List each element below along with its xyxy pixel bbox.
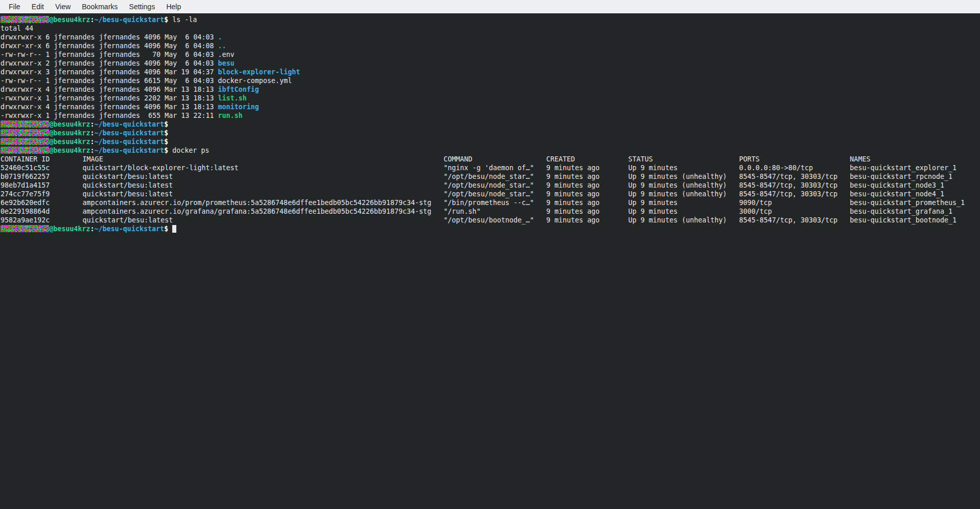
docker-row-text: 274cc77e75f9 quickstart/besu:latest "/op… — [1, 190, 944, 198]
prompt-path: ~/besu-quickstart — [94, 138, 164, 146]
ls-entry-meta: drwxrwxr-x 4 jfernandes jfernandes 4096 … — [1, 86, 218, 93]
docker-ps-row: b0719f662257 quickstart/besu:latest "/op… — [1, 172, 980, 181]
prompt-symbol: $ — [164, 120, 168, 128]
docker-row-text: 9582a9ae192c quickstart/besu:latest "/op… — [1, 216, 956, 224]
redacted-username — [1, 225, 49, 232]
ls-entry-meta: drwxrwxr-x 6 jfernandes jfernandes 4096 … — [1, 33, 218, 41]
prompt-symbol: $ — [164, 16, 168, 24]
prompt-symbol: $ — [164, 129, 168, 137]
docker-row-text: 6e92b620edfc ampcontainers.azurecr.io/pr… — [1, 199, 965, 207]
typed-command: docker ps — [168, 147, 209, 154]
ls-output-line: drwxrwxr-x 3 jfernandes jfernandes 4096 … — [1, 68, 980, 76]
prompt-line: @besuu4krz:~/besu-quickstart$ — [1, 120, 980, 129]
docker-ps-header: CONTAINER ID IMAGE COMMAND CREATED STATU… — [1, 155, 980, 164]
ls-entry-meta: -rw-rw-r-- 1 jfernandes jfernandes 6615 … — [1, 77, 218, 85]
menu-item-bookmarks[interactable]: Bookmarks — [76, 3, 124, 11]
ls-output-line: -rwxrwxr-x 1 jfernandes jfernandes 2202 … — [1, 94, 980, 103]
prompt-path: ~/besu-quickstart — [94, 129, 164, 137]
ls-entry-meta: drwxrwxr-x 4 jfernandes jfernandes 4096 … — [1, 103, 218, 111]
docker-ps-row: 98eb7d1a4157 quickstart/besu:latest "/op… — [1, 181, 980, 190]
text-segment — [168, 225, 172, 233]
ls-output-line: -rw-rw-r-- 1 jfernandes jfernandes 6615 … — [1, 76, 980, 85]
prompt-line: @besuu4krz:~/besu-quickstart$ docker ps — [1, 146, 980, 155]
prompt-symbol: $ — [164, 138, 168, 146]
ls-output-line: drwxrwxr-x 4 jfernandes jfernandes 4096 … — [1, 103, 980, 111]
ls-output-line: drwxrwxr-x 2 jfernandes jfernandes 4096 … — [1, 59, 980, 68]
shell-output-line: total 44 — [1, 24, 980, 33]
ls-entry-name: block-explorer-light — [218, 68, 300, 76]
terminal-cursor — [172, 225, 176, 233]
ls-entry-meta: drwxr-xr-x 6 jfernandes jfernandes 4096 … — [1, 42, 218, 50]
ls-entry-name: list.sh — [218, 94, 247, 102]
typed-command: ls -la — [168, 16, 197, 24]
ls-entry-name: . — [218, 33, 222, 41]
ls-entry-name: ibftConfig — [218, 86, 259, 93]
docker-ps-row: 9582a9ae192c quickstart/besu:latest "/op… — [1, 216, 980, 225]
prompt-separator: : — [90, 147, 94, 154]
ls-entry-name: .env — [218, 51, 234, 58]
menu-item-file[interactable]: File — [3, 3, 26, 11]
ls-entry-name: docker-compose.yml — [218, 77, 292, 85]
ls-entry-meta: -rwxrwxr-x 1 jfernandes jfernandes 655 M… — [1, 112, 218, 119]
ls-output-line: -rw-rw-r-- 1 jfernandes jfernandes 70 Ma… — [1, 50, 980, 59]
prompt-host: @besuu4krz — [49, 16, 90, 24]
docker-ps-row: 274cc77e75f9 quickstart/besu:latest "/op… — [1, 190, 980, 198]
prompt-line: @besuu4krz:~/besu-quickstart$ ls -la — [1, 15, 980, 24]
docker-ps-row: 0e229198864d ampcontainers.azurecr.io/gr… — [1, 207, 980, 216]
menu-item-edit[interactable]: Edit — [26, 3, 50, 11]
ls-entry-meta: -rwxrwxr-x 1 jfernandes jfernandes 2202 … — [1, 94, 218, 102]
redacted-username — [1, 120, 49, 128]
docker-row-text: 0e229198864d ampcontainers.azurecr.io/gr… — [1, 208, 952, 215]
ls-entry-name: .. — [218, 42, 226, 50]
prompt-path: ~/besu-quickstart — [94, 225, 164, 233]
redacted-username — [1, 147, 49, 154]
ls-output-line: drwxrwxr-x 6 jfernandes jfernandes 4096 … — [1, 33, 980, 42]
menu-item-settings[interactable]: Settings — [124, 3, 161, 11]
ls-entry-meta: drwxrwxr-x 2 jfernandes jfernandes 4096 … — [1, 59, 218, 67]
docker-row-text: 98eb7d1a4157 quickstart/besu:latest "/op… — [1, 181, 944, 189]
prompt-host: @besuu4krz — [49, 120, 90, 128]
ls-output-line: drwxr-xr-x 6 jfernandes jfernandes 4096 … — [1, 42, 980, 50]
prompt-separator: : — [90, 225, 94, 233]
prompt-separator: : — [90, 138, 94, 146]
ls-output-line: drwxrwxr-x 4 jfernandes jfernandes 4096 … — [1, 85, 980, 94]
docker-ps-row: 6e92b620edfc ampcontainers.azurecr.io/pr… — [1, 198, 980, 207]
prompt-host: @besuu4krz — [49, 147, 90, 154]
prompt-host: @besuu4krz — [49, 138, 90, 146]
menu-item-view[interactable]: View — [50, 3, 76, 11]
prompt-path: ~/besu-quickstart — [94, 120, 164, 128]
redacted-username — [1, 16, 49, 23]
prompt-line: @besuu4krz:~/besu-quickstart$ — [1, 137, 980, 146]
prompt-path: ~/besu-quickstart — [94, 16, 164, 24]
menu-item-help[interactable]: Help — [160, 3, 187, 11]
ls-entry-meta: -rw-rw-r-- 1 jfernandes jfernandes 70 Ma… — [1, 51, 218, 58]
prompt-separator: : — [90, 129, 94, 137]
prompt-separator: : — [90, 16, 94, 24]
prompt-host: @besuu4krz — [49, 225, 90, 233]
docker-row-text: b0719f662257 quickstart/besu:latest "/op… — [1, 173, 952, 180]
redacted-username — [1, 129, 49, 136]
redacted-username — [1, 138, 49, 145]
ls-total: total 44 — [1, 25, 33, 32]
prompt-path: ~/besu-quickstart — [94, 147, 164, 154]
ls-entry-meta: drwxrwxr-x 3 jfernandes jfernandes 4096 … — [1, 68, 218, 76]
docker-ps-row: 52460c51c55c quickstart/block-explorer-l… — [1, 164, 980, 172]
prompt-host: @besuu4krz — [49, 129, 90, 137]
ls-output-line: -rwxrwxr-x 1 jfernandes jfernandes 655 M… — [1, 111, 980, 120]
terminal-screen[interactable]: @besuu4krz:~/besu-quickstart$ ls -latota… — [0, 13, 980, 233]
docker-header-text: CONTAINER ID IMAGE COMMAND CREATED STATU… — [1, 155, 870, 163]
ls-entry-name: run.sh — [218, 112, 242, 119]
docker-row-text: 52460c51c55c quickstart/block-explorer-l… — [1, 164, 956, 172]
prompt-line: @besuu4krz:~/besu-quickstart$ — [1, 225, 980, 233]
ls-entry-name: monitoring — [218, 103, 259, 111]
menu-bar: File Edit View Bookmarks Settings Help — [0, 0, 980, 13]
prompt-separator: : — [90, 120, 94, 128]
ls-entry-name: besu — [218, 59, 234, 67]
prompt-symbol: $ — [164, 225, 168, 233]
prompt-line: @besuu4krz:~/besu-quickstart$ — [1, 129, 980, 137]
prompt-symbol: $ — [164, 147, 168, 154]
